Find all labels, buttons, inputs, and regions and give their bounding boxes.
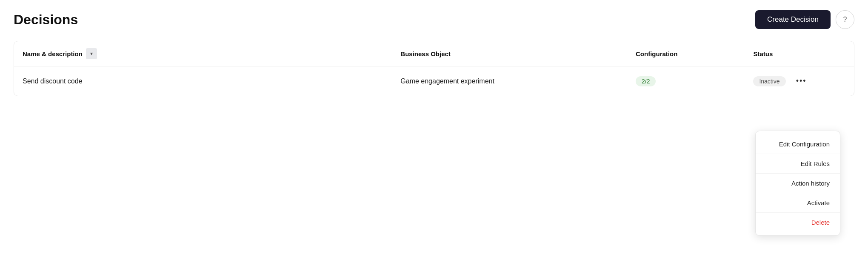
dropdown-delete[interactable]: Delete [756,213,840,232]
column-header-business-object: Business Object [392,41,627,66]
help-icon: ? [843,16,847,23]
page-container: Decisions Create Decision ? Name & descr… [0,0,868,106]
help-button[interactable]: ? [836,10,854,29]
more-options-button[interactable]: ••• [793,75,810,87]
sort-name-button[interactable]: ▾ [86,48,97,59]
status-cell: Inactive ••• [753,75,845,87]
dropdown-action-history[interactable]: Action history [756,174,840,193]
more-icon: ••• [796,77,807,85]
page-header: Decisions Create Decision ? [14,10,854,29]
decisions-table: Name & description ▾ Business Object Con… [14,41,854,96]
chevron-down-icon: ▾ [90,51,93,57]
table-header-row: Name & description ▾ Business Object Con… [14,41,854,66]
column-header-configuration: Configuration [627,41,745,66]
header-actions: Create Decision ? [755,10,854,29]
dropdown-edit-configuration[interactable]: Edit Configuration [756,134,840,154]
table-row: Send discount code Game engagement exper… [14,66,854,96]
cell-status: Inactive ••• [745,66,854,96]
cell-business-object: Game engagement experiment [392,66,627,96]
cell-name: Send discount code [14,66,392,96]
dropdown-menu: Edit Configuration Edit Rules Action his… [755,131,840,236]
dropdown-activate[interactable]: Activate [756,193,840,213]
page-title: Decisions [14,12,78,28]
create-decision-button[interactable]: Create Decision [755,10,831,29]
column-header-name: Name & description ▾ [14,41,392,66]
dropdown-edit-rules[interactable]: Edit Rules [756,154,840,174]
status-badge: Inactive [753,76,785,86]
table-container: Name & description ▾ Business Object Con… [14,41,854,96]
cell-configuration: 2/2 [627,66,745,96]
column-header-status: Status [745,41,854,66]
config-badge: 2/2 [636,76,656,86]
